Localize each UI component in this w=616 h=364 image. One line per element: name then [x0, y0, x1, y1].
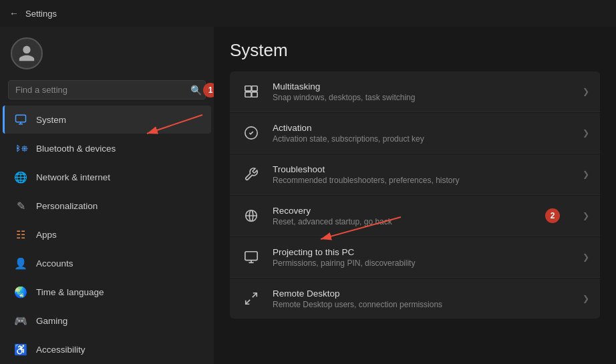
sidebar-item-system[interactable]: System: [3, 106, 211, 134]
settings-item-troubleshoot[interactable]: Troubleshoot Recommended troubleshooters…: [230, 154, 600, 195]
sidebar-item-gaming-label: Gaming: [36, 316, 67, 326]
sidebar-item-network[interactable]: 🌐 Network & internet: [3, 163, 211, 191]
activation-desc: Activation state, subscriptions, product…: [273, 134, 572, 144]
chevron-right-icon: ❯: [583, 128, 589, 138]
search-input[interactable]: [8, 80, 206, 100]
projecting-desc: Permissions, pairing PIN, discoverabilit…: [273, 258, 572, 268]
bluetooth-icon: ⎈: [13, 141, 28, 156]
search-container: 🔍 1: [8, 80, 206, 100]
recovery-title: Recovery: [273, 206, 572, 216]
gaming-icon: 🎮: [13, 313, 28, 328]
recovery-text: Recovery Reset, advanced startup, go bac…: [273, 206, 572, 226]
sidebar-item-accounts-label: Accounts: [36, 258, 73, 268]
system-icon: [13, 112, 28, 127]
chevron-right-icon: ❯: [583, 294, 589, 303]
svg-rect-3: [252, 86, 257, 91]
svg-rect-2: [245, 86, 251, 91]
troubleshoot-desc: Recommended troubleshooters, preferences…: [273, 176, 572, 185]
svg-rect-7: [245, 252, 257, 260]
svg-line-10: [253, 293, 257, 297]
chevron-right-icon: ❯: [583, 252, 589, 262]
back-button[interactable]: ←: [9, 8, 19, 19]
sidebar-item-time[interactable]: 🌏 Time & language: [3, 278, 211, 306]
sidebar-item-accessibility[interactable]: ♿ Accessibility: [3, 335, 211, 363]
sidebar-item-accessibility-label: Accessibility: [36, 345, 86, 355]
settings-list: Multitasking Snap windows, desktops, tas…: [230, 71, 600, 319]
apps-icon: ☷: [13, 227, 28, 242]
search-button[interactable]: 🔍: [190, 85, 202, 96]
chevron-right-icon: ❯: [583, 170, 589, 179]
settings-item-activation[interactable]: Activation Activation state, subscriptio…: [230, 113, 600, 154]
page-title: System: [230, 40, 600, 61]
sidebar-nav: System ⎈ Bluetooth & devices 🌐 Network &…: [0, 105, 214, 364]
sidebar-item-network-label: Network & internet: [36, 172, 110, 182]
accounts-icon: 👤: [13, 256, 28, 270]
settings-item-remote-desktop[interactable]: Remote Desktop Remote Desktop users, con…: [230, 279, 600, 319]
personalization-icon: ✎: [13, 198, 28, 213]
title-bar: ← Settings: [0, 0, 616, 27]
sidebar-item-apps-label: Apps: [36, 230, 57, 240]
troubleshoot-text: Troubleshoot Recommended troubleshooters…: [273, 164, 572, 185]
multitasking-title: Multitasking: [273, 81, 572, 92]
sidebar-item-time-label: Time & language: [36, 287, 104, 297]
svg-rect-0: [16, 115, 26, 122]
activation-title: Activation: [273, 123, 572, 133]
sidebar-item-personalization[interactable]: ✎ Personalization: [3, 192, 211, 220]
troubleshoot-icon: [241, 164, 262, 185]
settings-item-multitasking[interactable]: Multitasking Snap windows, desktops, tas…: [230, 71, 600, 112]
svg-rect-5: [252, 92, 257, 97]
accessibility-icon: ♿: [13, 342, 28, 357]
sidebar-item-accounts[interactable]: 👤 Accounts: [3, 249, 211, 277]
profile-section: [0, 27, 214, 77]
app-title: Settings: [25, 9, 57, 19]
user-icon: [17, 44, 36, 63]
svg-line-11: [246, 300, 250, 304]
settings-item-recovery[interactable]: Recovery Reset, advanced startup, go bac…: [230, 196, 600, 236]
activation-text: Activation Activation state, subscriptio…: [273, 123, 572, 144]
time-icon: 🌏: [13, 285, 28, 299]
sidebar: 🔍 1 System ⎈ Bluetooth & devices 🌐 Net: [0, 27, 214, 364]
chevron-right-icon: ❯: [583, 211, 589, 220]
sidebar-item-gaming[interactable]: 🎮 Gaming: [3, 307, 211, 335]
remote-desktop-title: Remote Desktop: [273, 289, 572, 299]
recovery-icon: [241, 205, 262, 226]
multitasking-text: Multitasking Snap windows, desktops, tas…: [273, 81, 572, 102]
annotation-badge-1: 1: [203, 83, 214, 98]
projecting-icon: [241, 246, 262, 268]
troubleshoot-title: Troubleshoot: [273, 164, 572, 174]
avatar[interactable]: [11, 37, 43, 69]
projecting-title: Projecting to this PC: [273, 247, 572, 257]
remote-desktop-desc: Remote Desktop users, connection permiss…: [273, 300, 572, 309]
sidebar-item-bluetooth[interactable]: ⎈ Bluetooth & devices: [3, 134, 211, 162]
network-icon: 🌐: [13, 170, 28, 184]
multitasking-desc: Snap windows, desktops, task switching: [273, 93, 572, 102]
sidebar-item-personalization-label: Personalization: [36, 201, 98, 211]
activation-icon: [241, 122, 262, 144]
settings-item-projecting[interactable]: Projecting to this PC Permissions, pairi…: [230, 237, 600, 278]
chevron-right-icon: ❯: [583, 87, 589, 96]
sidebar-item-system-label: System: [36, 115, 66, 125]
sidebar-item-apps[interactable]: ☷ Apps: [3, 220, 211, 248]
remote-desktop-text: Remote Desktop Remote Desktop users, con…: [273, 289, 572, 309]
multitasking-icon: [241, 81, 262, 102]
content-area: System Multitasking Snap windows, deskto…: [214, 27, 616, 364]
remote-desktop-icon: [241, 288, 262, 309]
projecting-text: Projecting to this PC Permissions, pairi…: [273, 247, 572, 268]
main-layout: 🔍 1 System ⎈ Bluetooth & devices 🌐 Net: [0, 27, 616, 364]
sidebar-item-bluetooth-label: Bluetooth & devices: [36, 144, 116, 154]
recovery-desc: Reset, advanced startup, go back: [273, 217, 572, 226]
svg-rect-4: [245, 92, 251, 97]
